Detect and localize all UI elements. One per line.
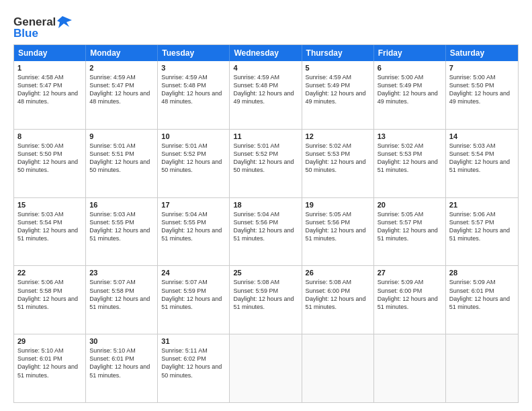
day-info-24: Sunrise: 5:07 AMSunset: 5:59 PMDaylight:…: [161, 278, 226, 311]
day-cell-15: 15Sunrise: 5:03 AMSunset: 5:54 PMDayligh…: [14, 198, 86, 266]
header-friday: Friday: [374, 45, 446, 61]
day-cell-22: 22Sunrise: 5:06 AMSunset: 5:58 PMDayligh…: [14, 266, 86, 334]
day-number-15: 15: [17, 201, 82, 209]
day-info-28: Sunrise: 5:09 AMSunset: 6:01 PMDaylight:…: [449, 278, 515, 311]
day-cell-4: 4Sunrise: 4:59 AMSunset: 5:48 PMDaylight…: [230, 61, 302, 129]
empty-cell: [230, 334, 302, 402]
day-info-17: Sunrise: 5:04 AMSunset: 5:55 PMDaylight:…: [161, 210, 226, 243]
day-info-15: Sunrise: 5:03 AMSunset: 5:54 PMDaylight:…: [17, 210, 82, 243]
day-number-4: 4: [233, 64, 298, 72]
day-number-23: 23: [89, 269, 154, 277]
day-cell-11: 11Sunrise: 5:01 AMSunset: 5:52 PMDayligh…: [230, 130, 302, 197]
day-info-31: Sunrise: 5:11 AMSunset: 6:02 PMDaylight:…: [161, 347, 226, 379]
empty-cell: [302, 334, 374, 402]
day-cell-17: 17Sunrise: 5:04 AMSunset: 5:55 PMDayligh…: [158, 198, 230, 266]
day-info-4: Sunrise: 4:59 AMSunset: 5:48 PMDaylight:…: [233, 73, 298, 106]
day-number-13: 13: [378, 132, 442, 140]
day-cell-21: 21Sunrise: 5:06 AMSunset: 5:57 PMDayligh…: [446, 198, 518, 266]
day-cell-16: 16Sunrise: 5:03 AMSunset: 5:55 PMDayligh…: [86, 198, 158, 266]
day-cell-12: 12Sunrise: 5:02 AMSunset: 5:53 PMDayligh…: [302, 130, 374, 197]
day-number-11: 11: [233, 132, 298, 140]
header-sunday: Sunday: [14, 45, 86, 61]
header-wednesday: Wednesday: [230, 45, 302, 61]
day-number-31: 31: [161, 337, 226, 345]
day-cell-8: 8Sunrise: 5:00 AMSunset: 5:50 PMDaylight…: [14, 130, 86, 197]
day-cell-18: 18Sunrise: 5:04 AMSunset: 5:56 PMDayligh…: [230, 198, 302, 266]
day-number-21: 21: [449, 201, 515, 209]
day-number-17: 17: [161, 201, 226, 209]
day-info-18: Sunrise: 5:04 AMSunset: 5:56 PMDaylight:…: [233, 210, 298, 243]
day-number-25: 25: [233, 269, 298, 277]
day-info-29: Sunrise: 5:10 AMSunset: 6:01 PMDaylight:…: [17, 347, 82, 379]
day-info-10: Sunrise: 5:01 AMSunset: 5:52 PMDaylight:…: [161, 142, 226, 175]
day-info-19: Sunrise: 5:05 AMSunset: 5:56 PMDaylight:…: [306, 210, 370, 243]
week-row-3: 15Sunrise: 5:03 AMSunset: 5:54 PMDayligh…: [14, 197, 518, 266]
logo-bird-icon: [57, 15, 72, 30]
day-info-3: Sunrise: 4:59 AMSunset: 5:48 PMDaylight:…: [161, 73, 226, 106]
week-row-5: 29Sunrise: 5:10 AMSunset: 6:01 PMDayligh…: [14, 334, 518, 402]
day-number-18: 18: [233, 201, 298, 209]
header-monday: Monday: [86, 45, 158, 61]
day-cell-14: 14Sunrise: 5:03 AMSunset: 5:54 PMDayligh…: [446, 130, 518, 197]
svg-marker-0: [57, 16, 72, 28]
day-number-2: 2: [89, 64, 154, 72]
day-info-25: Sunrise: 5:08 AMSunset: 5:59 PMDaylight:…: [233, 278, 298, 311]
week-row-2: 8Sunrise: 5:00 AMSunset: 5:50 PMDaylight…: [14, 129, 518, 197]
day-number-22: 22: [17, 269, 82, 277]
day-cell-28: 28Sunrise: 5:09 AMSunset: 6:01 PMDayligh…: [446, 266, 518, 334]
day-number-3: 3: [161, 64, 226, 72]
day-cell-9: 9Sunrise: 5:01 AMSunset: 5:51 PMDaylight…: [86, 130, 158, 197]
day-number-10: 10: [161, 132, 226, 140]
day-number-26: 26: [306, 269, 370, 277]
day-info-26: Sunrise: 5:08 AMSunset: 6:00 PMDaylight:…: [306, 278, 370, 311]
header-thursday: Thursday: [302, 45, 374, 61]
day-info-20: Sunrise: 5:05 AMSunset: 5:57 PMDaylight:…: [378, 210, 442, 243]
day-number-27: 27: [378, 269, 442, 277]
day-info-14: Sunrise: 5:03 AMSunset: 5:54 PMDaylight:…: [449, 142, 515, 175]
day-cell-2: 2Sunrise: 4:59 AMSunset: 5:47 PMDaylight…: [86, 61, 158, 129]
day-cell-1: 1Sunrise: 4:58 AMSunset: 5:47 PMDaylight…: [14, 61, 86, 129]
day-cell-13: 13Sunrise: 5:02 AMSunset: 5:53 PMDayligh…: [374, 130, 446, 197]
logo-blue: Blue: [13, 27, 38, 40]
week-row-1: 1Sunrise: 4:58 AMSunset: 5:47 PMDaylight…: [14, 61, 518, 129]
day-number-29: 29: [17, 337, 82, 345]
day-info-16: Sunrise: 5:03 AMSunset: 5:55 PMDaylight:…: [89, 210, 154, 243]
day-cell-10: 10Sunrise: 5:01 AMSunset: 5:52 PMDayligh…: [158, 130, 230, 197]
day-cell-30: 30Sunrise: 5:10 AMSunset: 6:01 PMDayligh…: [86, 334, 158, 402]
day-info-23: Sunrise: 5:07 AMSunset: 5:58 PMDaylight:…: [89, 278, 154, 311]
day-cell-20: 20Sunrise: 5:05 AMSunset: 5:57 PMDayligh…: [374, 198, 446, 266]
day-info-11: Sunrise: 5:01 AMSunset: 5:52 PMDaylight:…: [233, 142, 298, 175]
empty-cell: [446, 334, 518, 402]
day-info-21: Sunrise: 5:06 AMSunset: 5:57 PMDaylight:…: [449, 210, 515, 243]
day-number-30: 30: [89, 337, 154, 345]
day-info-30: Sunrise: 5:10 AMSunset: 6:01 PMDaylight:…: [89, 347, 154, 379]
week-row-4: 22Sunrise: 5:06 AMSunset: 5:58 PMDayligh…: [14, 265, 518, 334]
day-number-24: 24: [161, 269, 226, 277]
header-tuesday: Tuesday: [158, 45, 230, 61]
day-info-27: Sunrise: 5:09 AMSunset: 6:00 PMDaylight:…: [378, 278, 442, 311]
day-number-6: 6: [378, 64, 442, 72]
logo: General Blue: [13, 15, 72, 40]
day-number-28: 28: [449, 269, 515, 277]
day-info-13: Sunrise: 5:02 AMSunset: 5:53 PMDaylight:…: [378, 142, 442, 175]
day-info-5: Sunrise: 4:59 AMSunset: 5:49 PMDaylight:…: [306, 73, 370, 106]
day-number-14: 14: [449, 132, 515, 140]
day-info-8: Sunrise: 5:00 AMSunset: 5:50 PMDaylight:…: [17, 142, 82, 175]
day-number-20: 20: [378, 201, 442, 209]
day-info-7: Sunrise: 5:00 AMSunset: 5:50 PMDaylight:…: [449, 73, 515, 106]
calendar-header: SundayMondayTuesdayWednesdayThursdayFrid…: [14, 45, 518, 61]
day-info-2: Sunrise: 4:59 AMSunset: 5:47 PMDaylight:…: [89, 73, 154, 106]
day-number-12: 12: [306, 132, 370, 140]
day-number-1: 1: [17, 64, 82, 72]
header-saturday: Saturday: [446, 45, 518, 61]
day-cell-6: 6Sunrise: 5:00 AMSunset: 5:49 PMDaylight…: [374, 61, 446, 129]
day-number-5: 5: [306, 64, 370, 72]
day-cell-7: 7Sunrise: 5:00 AMSunset: 5:50 PMDaylight…: [446, 61, 518, 129]
day-number-8: 8: [17, 132, 82, 140]
day-cell-24: 24Sunrise: 5:07 AMSunset: 5:59 PMDayligh…: [158, 266, 230, 334]
day-cell-25: 25Sunrise: 5:08 AMSunset: 5:59 PMDayligh…: [230, 266, 302, 334]
day-number-7: 7: [449, 64, 515, 72]
day-info-12: Sunrise: 5:02 AMSunset: 5:53 PMDaylight:…: [306, 142, 370, 175]
calendar-body: 1Sunrise: 4:58 AMSunset: 5:47 PMDaylight…: [14, 61, 518, 402]
calendar: SundayMondayTuesdayWednesdayThursdayFrid…: [13, 44, 519, 403]
